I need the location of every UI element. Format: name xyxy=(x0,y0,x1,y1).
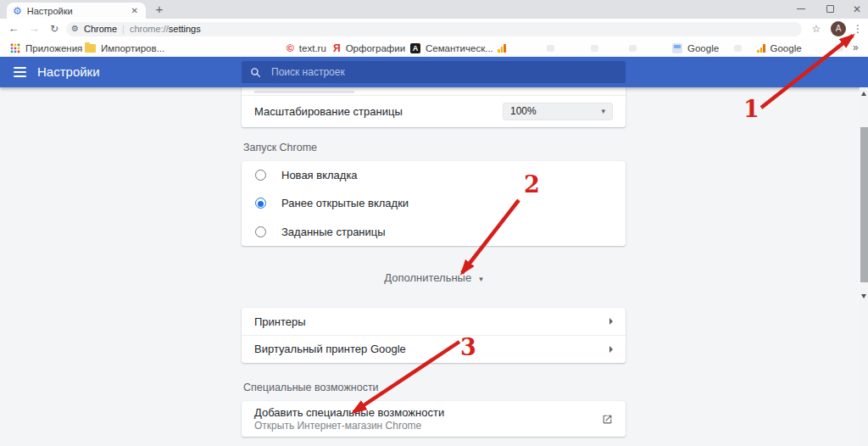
bookmark-folder[interactable]: Импортиров... xyxy=(85,39,164,57)
zoom-card: Масштабирование страницы 100% ▾ xyxy=(242,87,626,127)
omnibox-url-scheme: chrome:// xyxy=(130,24,169,34)
close-icon: ✕ xyxy=(853,3,861,15)
letter-a-icon: A xyxy=(410,43,420,53)
yandex-icon: Я xyxy=(333,42,341,54)
bookmark-label: Импортиров... xyxy=(101,43,164,53)
bookmark-apps[interactable]: Приложения xyxy=(10,39,82,57)
address-bar[interactable]: ⚙ Chrome | chrome:// settings xyxy=(66,22,802,36)
scrollbar-up-icon[interactable] xyxy=(861,92,866,96)
reload-icon[interactable]: ↻ xyxy=(45,19,64,39)
chevron-down-icon: ▾ xyxy=(479,275,483,283)
zoom-level-select[interactable]: 100% ▾ xyxy=(503,103,613,120)
startup-option-continue[interactable]: Ранее открытые вкладки xyxy=(242,189,626,217)
radio-icon[interactable] xyxy=(255,226,266,237)
bookmark-label: Google xyxy=(771,43,802,53)
bookmark-google-1[interactable]: Google xyxy=(672,39,719,57)
radio-icon[interactable] xyxy=(255,198,266,209)
option-label: Новая вкладка xyxy=(281,169,358,181)
browser-tab[interactable]: ⚙ Настройки ✕ xyxy=(7,3,146,19)
clipped-row xyxy=(242,87,626,96)
accessibility-section-title: Специальные возможности xyxy=(243,382,379,393)
radio-icon[interactable] xyxy=(255,170,266,181)
hamburger-menu-icon[interactable] xyxy=(14,67,26,77)
tab-title: Настройки xyxy=(27,6,130,16)
option-label: Заданные страницы xyxy=(281,226,386,238)
omnibox-divider: | xyxy=(122,24,125,34)
chevron-right-icon xyxy=(609,318,613,325)
cloud-print-row[interactable]: Виртуальный принтер Google xyxy=(242,335,626,362)
faded-favicon xyxy=(547,45,554,52)
printers-row[interactable]: Принтеры xyxy=(242,308,626,335)
bookmark-label: Семантическ... xyxy=(426,43,493,53)
settings-gear-favicon-icon: ⚙ xyxy=(13,6,22,16)
advanced-settings-button[interactable]: Дополнительные▾ xyxy=(242,271,626,288)
settings-search-box[interactable] xyxy=(242,61,626,83)
bookmark-chart[interactable] xyxy=(498,39,506,57)
page-zoom-row: Масштабирование страницы 100% ▾ xyxy=(242,96,626,126)
scrollbar-down-icon[interactable] xyxy=(861,294,866,298)
omnibox-site-label: Chrome xyxy=(84,24,117,34)
startup-option-new-tab[interactable]: Новая вкладка xyxy=(242,161,626,189)
google-favicon-icon xyxy=(672,43,682,53)
folder-icon xyxy=(85,44,96,53)
cloud-print-label: Виртуальный принтер Google xyxy=(254,343,406,355)
browser-toolbar: ← → ↻ ⚙ Chrome | chrome:// settings ☆ A … xyxy=(0,19,868,39)
tab-close-icon[interactable]: ✕ xyxy=(130,6,140,15)
chevron-down-icon: ▾ xyxy=(601,108,605,115)
analytics-bars-icon xyxy=(757,44,765,53)
external-link-icon xyxy=(602,414,613,425)
bookmarks-overflow-icon[interactable]: » xyxy=(853,39,859,57)
bookmark-label: Приложения xyxy=(25,43,82,53)
page-zoom-label: Масштабирование страницы xyxy=(254,105,403,118)
back-icon[interactable]: ← xyxy=(4,19,23,39)
settings-page-title: Настройки xyxy=(37,57,100,87)
settings-search-input[interactable] xyxy=(271,66,617,78)
tab-strip: ⚙ Настройки ✕ + ✕ xyxy=(0,0,868,19)
faded-favicon xyxy=(836,45,843,52)
window-close-button[interactable]: ✕ xyxy=(844,0,868,18)
startup-card: Новая вкладка Ранее открытые вкладки Зад… xyxy=(242,161,626,246)
faded-favicon xyxy=(734,45,742,52)
bookmarks-bar: Приложения Импортиров... © text.ru Я Орф… xyxy=(0,39,868,57)
bookmark-semantic[interactable]: A Семантическ... xyxy=(410,39,493,57)
search-icon xyxy=(250,67,261,78)
new-tab-button[interactable]: + xyxy=(152,1,167,18)
accessibility-row-subtitle: Открыть Интернет-магазин Chrome xyxy=(254,420,444,432)
settings-header: Настройки xyxy=(0,57,868,87)
minimize-icon xyxy=(797,8,805,10)
forward-icon: → xyxy=(25,19,43,39)
printing-card: Принтеры Виртуальный принтер Google xyxy=(242,308,626,363)
accessibility-row-text: Добавить специальные возможности Открыть… xyxy=(254,406,444,432)
faded-favicon xyxy=(629,45,637,52)
startup-option-specific-pages[interactable]: Заданные страницы xyxy=(242,218,626,246)
option-label: Ранее открытые вкладки xyxy=(281,197,409,209)
faded-favicon xyxy=(591,45,598,52)
accessibility-row-title: Добавить специальные возможности xyxy=(254,406,444,420)
page-scrollbar[interactable] xyxy=(860,87,868,446)
chevron-right-icon xyxy=(609,346,613,353)
startup-section-title: Запуск Chrome xyxy=(243,142,317,153)
window-minimize-button[interactable] xyxy=(788,0,814,18)
bookmark-label: text.ru xyxy=(299,43,326,53)
window-maximize-button[interactable] xyxy=(817,0,843,18)
bar-chart-icon xyxy=(498,44,506,53)
settings-content: Масштабирование страницы 100% ▾ Запуск C… xyxy=(0,87,868,446)
apps-grid-icon xyxy=(10,43,20,53)
page-info-gear-icon[interactable]: ⚙ xyxy=(71,25,79,33)
bookmark-textru[interactable]: © text.ru xyxy=(287,39,326,57)
zoom-level-value: 100% xyxy=(510,105,537,117)
advanced-label: Дополнительные xyxy=(384,271,471,284)
accessibility-card[interactable]: Добавить специальные возможности Открыть… xyxy=(242,401,626,437)
maximize-icon xyxy=(826,5,834,13)
scrollbar-thumb[interactable] xyxy=(860,127,868,282)
printers-label: Принтеры xyxy=(254,315,306,328)
bookmark-orfografii[interactable]: Я Орфографии xyxy=(333,39,405,57)
bookmark-star-icon[interactable]: ☆ xyxy=(809,19,824,39)
omnibox-url-path: settings xyxy=(169,24,201,34)
avatar[interactable]: A xyxy=(831,21,846,36)
browser-menu-icon[interactable]: ⋮ xyxy=(851,19,865,39)
copyright-icon: © xyxy=(287,42,294,54)
bookmark-label: Орфографии xyxy=(346,43,406,53)
bookmark-google-analytics[interactable]: Google xyxy=(757,39,802,57)
bookmark-label: Google xyxy=(687,43,719,53)
